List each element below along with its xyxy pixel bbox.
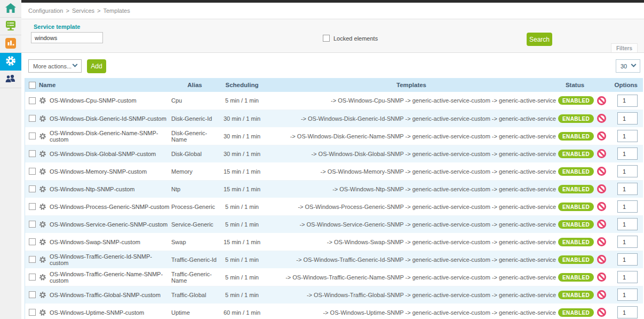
service-template-name[interactable]: OS-Windows-Traffic-Generic-Name-SNMP-cus… (50, 271, 170, 284)
service-gear-icon[interactable] (39, 115, 46, 122)
row-checkbox[interactable] (29, 150, 36, 157)
disable-icon[interactable] (597, 220, 606, 229)
row-checkbox[interactable] (29, 309, 36, 316)
service-alias: Traffic-Generic-Name (170, 268, 219, 286)
service-template-label: Service template (34, 24, 80, 30)
options-input[interactable] (617, 289, 638, 301)
service-gear-icon[interactable] (39, 238, 46, 246)
service-gear-icon[interactable] (39, 309, 46, 316)
options-input[interactable] (617, 95, 638, 107)
disable-icon[interactable] (597, 290, 606, 299)
page-size-select[interactable]: 30 (616, 59, 640, 73)
header-name[interactable]: Name (39, 78, 170, 92)
service-gear-icon[interactable] (39, 185, 46, 193)
service-gear-icon[interactable] (39, 256, 46, 263)
service-gear-icon[interactable] (39, 97, 46, 104)
options-input[interactable] (617, 218, 638, 230)
sidebar-item-home[interactable] (0, 0, 21, 18)
service-template-name[interactable]: OS-Windows-Traffic-Global-SNMP-custom (50, 292, 161, 298)
options-input[interactable] (617, 165, 638, 177)
search-button[interactable]: Search (527, 33, 552, 46)
service-template-name[interactable]: OS-Windows-Uptime-SNMP-custom (50, 309, 144, 316)
options-input[interactable] (617, 183, 638, 195)
row-checkbox[interactable] (29, 185, 36, 192)
service-gear-icon[interactable] (39, 133, 46, 140)
service-template-input[interactable] (31, 32, 103, 43)
service-template-name[interactable]: OS-Windows-Service-Generic-SNMP-custom (50, 221, 168, 228)
service-scheduling: 5 min / 1 min (219, 198, 265, 215)
options-input[interactable] (617, 147, 638, 160)
options-input[interactable] (617, 200, 638, 213)
sidebar-item-monitoring[interactable] (0, 18, 21, 35)
row-checkbox[interactable] (29, 203, 36, 210)
options-input[interactable] (617, 306, 638, 318)
service-alias: Uptime (170, 304, 219, 319)
home-icon (5, 3, 17, 14)
sidebar-item-administration[interactable] (0, 71, 21, 88)
disable-icon[interactable] (597, 202, 606, 211)
sidebar-item-reporting[interactable] (0, 35, 21, 53)
service-scheduling: 5 min / 1 min (219, 92, 265, 110)
add-button[interactable]: Add (87, 59, 106, 73)
header-options[interactable]: Options (611, 78, 643, 92)
service-template-name[interactable]: OS-Windows-Disk-Generic-Id-SNMP-custom (50, 115, 166, 122)
row-checkbox[interactable] (29, 115, 36, 122)
header-templates[interactable]: Templates (265, 78, 558, 92)
row-checkbox[interactable] (29, 168, 36, 175)
service-template-name[interactable]: OS-Windows-Swap-SNMP-custom (50, 239, 140, 245)
options-input[interactable] (617, 253, 638, 266)
disable-icon[interactable] (597, 96, 606, 105)
options-input[interactable] (617, 130, 638, 142)
row-checkbox[interactable] (29, 291, 36, 298)
disable-icon[interactable] (597, 167, 606, 176)
header-scheduling[interactable]: Scheduling (219, 78, 265, 92)
service-gear-icon[interactable] (39, 221, 46, 228)
breadcrumb-separator: > (97, 7, 100, 14)
disable-icon[interactable] (597, 255, 606, 264)
service-template-name[interactable]: OS-Windows-Disk-Generic-Name-SNMP-custom (50, 130, 170, 143)
service-template-name[interactable]: OS-Windows-Cpu-SNMP-custom (50, 97, 137, 104)
row-checkbox[interactable] (29, 238, 36, 245)
disable-icon[interactable] (597, 131, 606, 141)
options-input[interactable] (617, 271, 638, 283)
row-checkbox[interactable] (29, 97, 36, 104)
disable-icon[interactable] (597, 149, 606, 158)
header-alias[interactable]: Alias (170, 78, 219, 92)
locked-elements-checkbox[interactable] (323, 35, 330, 42)
disable-icon[interactable] (597, 114, 606, 123)
disable-icon[interactable] (597, 273, 606, 282)
row-checkbox[interactable] (29, 256, 36, 263)
service-template-name[interactable]: OS-Windows-Disk-Global-SNMP-custom (50, 151, 156, 157)
sidebar-item-configuration[interactable] (0, 53, 21, 71)
row-checkbox[interactable] (29, 133, 36, 139)
more-actions-select[interactable]: More actions... (28, 59, 82, 73)
service-template-name[interactable]: OS-Windows-Traffic-Generic-Id-SNMP-custo… (50, 253, 170, 266)
service-templates-chain: -> OS-Windows-Swap-SNMP -> generic-activ… (265, 233, 558, 251)
service-gear-icon[interactable] (39, 168, 46, 175)
service-template-name[interactable]: OS-Windows-Process-Generic-SNMP-custom (50, 204, 169, 210)
service-gear-icon[interactable] (39, 150, 46, 158)
service-scheduling: 30 min / 1 min (219, 127, 265, 145)
filters-toggle[interactable]: Filters (611, 43, 638, 52)
row-checkbox[interactable] (29, 221, 36, 228)
service-template-name[interactable]: OS-Windows-Memory-SNMP-custom (50, 168, 147, 175)
service-gear-icon[interactable] (39, 274, 46, 281)
breadcrumb-templates[interactable]: Templates (104, 7, 130, 14)
disable-icon[interactable] (597, 237, 606, 246)
disable-icon[interactable] (597, 308, 606, 317)
breadcrumb-configuration[interactable]: Configuration (28, 7, 63, 14)
service-template-name[interactable]: OS-Windows-Ntp-SNMP-custom (50, 186, 135, 192)
breadcrumb-services[interactable]: Services (72, 7, 94, 14)
service-templates-chain: -> OS-Windows-Disk-Generic-Name-SNMP -> … (265, 127, 558, 145)
row-checkbox[interactable] (29, 274, 36, 281)
service-gear-icon[interactable] (39, 203, 46, 211)
disable-icon[interactable] (597, 184, 606, 193)
select-all-checkbox[interactable] (29, 82, 36, 89)
service-gear-icon[interactable] (39, 291, 46, 299)
page-size-value: 30 (621, 63, 627, 69)
more-actions-label: More actions... (33, 63, 71, 69)
service-templates-chain: -> OS-Windows-Uptime-SNMP -> generic-act… (265, 304, 558, 319)
options-input[interactable] (617, 236, 638, 248)
header-status[interactable]: Status (558, 78, 592, 92)
options-input[interactable] (617, 112, 638, 125)
